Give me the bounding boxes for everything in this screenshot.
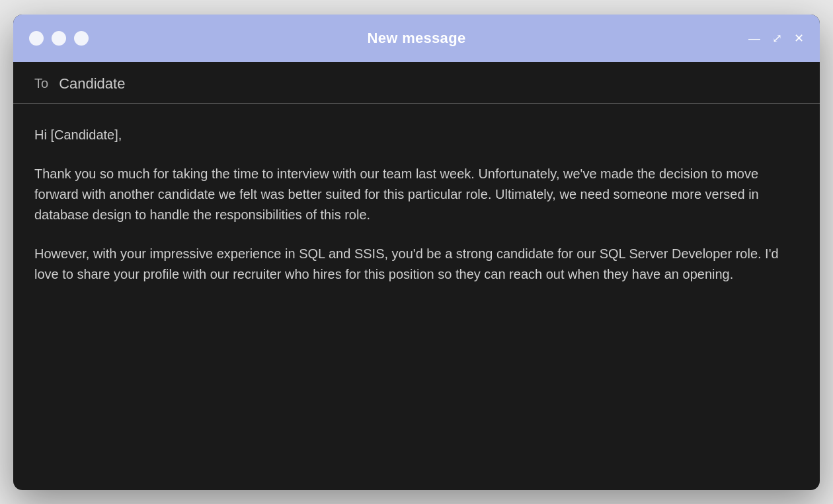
window-title: New message xyxy=(368,30,466,47)
title-bar-actions: — ⤢ ✕ xyxy=(748,32,804,44)
expand-icon[interactable]: ⤢ xyxy=(772,32,782,44)
email-greeting: Hi [Candidate], xyxy=(34,125,799,145)
close-icon[interactable]: ✕ xyxy=(794,32,804,44)
to-value[interactable]: Candidate xyxy=(59,75,125,92)
to-label: To xyxy=(34,76,48,91)
window-controls xyxy=(29,31,89,46)
minimize-icon[interactable]: — xyxy=(748,32,760,44)
close-button[interactable] xyxy=(74,31,89,46)
to-row: To Candidate xyxy=(13,62,820,104)
email-paragraph-1: Thank you so much for taking the time to… xyxy=(34,164,799,225)
email-paragraph-2: However, with your impressive experience… xyxy=(34,244,799,285)
compose-window: New message — ⤢ ✕ To Candidate Hi [Candi… xyxy=(13,15,820,490)
email-compose-area: To Candidate Hi [Candidate], Thank you s… xyxy=(13,62,820,490)
email-body[interactable]: Hi [Candidate], Thank you so much for ta… xyxy=(13,104,820,490)
title-bar: New message — ⤢ ✕ xyxy=(13,15,820,62)
minimize-button[interactable] xyxy=(29,31,44,46)
expand-button[interactable] xyxy=(52,31,66,46)
